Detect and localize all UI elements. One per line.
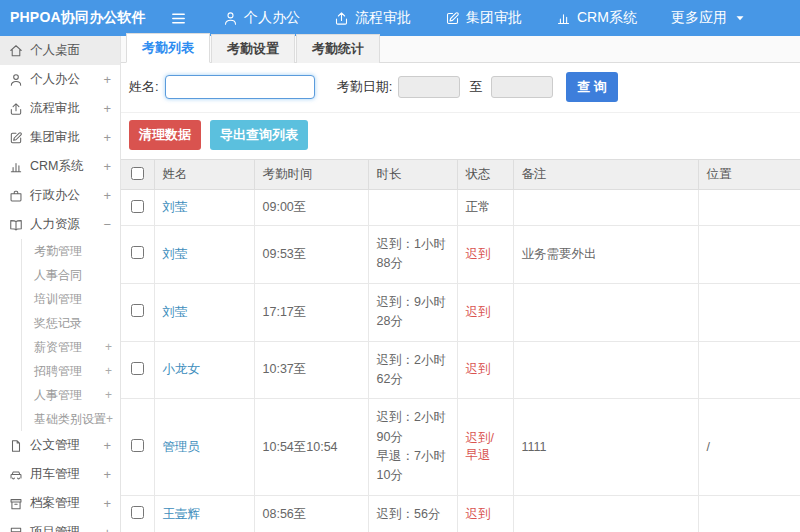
sidebar-subitem-basic-category-settings[interactable]: 基础类别设置+ <box>22 407 120 431</box>
expand-icon[interactable]: + <box>103 101 111 116</box>
name-label: 姓名: <box>129 78 159 96</box>
nav-item-workflow-approval[interactable]: 流程审批 <box>334 9 411 27</box>
sidebar-subitem-label: 培训管理 <box>34 291 82 308</box>
attendance-time-cell: 10:37至 <box>254 341 368 399</box>
attendance-time-cell: 10:54至10:54 <box>254 399 368 496</box>
sidebar-item-personal-desktop[interactable]: 个人桌面 <box>0 36 120 65</box>
app-logo[interactable]: PHPOA协同办公软件 <box>0 9 128 27</box>
sidebar-item-personal-office[interactable]: 个人办公+ <box>0 65 120 94</box>
tab-attendance-list[interactable]: 考勤列表 <box>126 33 210 63</box>
sidebar-subitem-label: 薪资管理 <box>34 339 82 356</box>
expand-icon[interactable]: + <box>103 72 111 87</box>
employee-name-link[interactable]: 管理员 <box>163 440 201 454</box>
row-checkbox[interactable] <box>131 362 144 375</box>
sidebar-item-human-resources[interactable]: 人力资源− <box>0 210 120 239</box>
status-badge: 正常 <box>466 200 491 214</box>
sidebar-subitem-label: 人事合同 <box>34 267 82 284</box>
briefcase-icon <box>9 189 23 203</box>
sidebar-item-document-management[interactable]: 公文管理+ <box>0 431 120 460</box>
row-checkbox[interactable] <box>131 246 144 259</box>
employee-name-link[interactable]: 刘莹 <box>163 200 188 214</box>
employee-name-link[interactable]: 刘莹 <box>163 247 188 261</box>
query-button[interactable]: 查 询 <box>566 72 618 102</box>
project-icon <box>9 526 23 532</box>
tab-bar: 考勤列表考勤设置考勤统计 <box>121 36 800 63</box>
export-list-button[interactable]: 导出查询列表 <box>210 120 308 150</box>
checkbox-cell <box>121 495 154 532</box>
employee-name-link[interactable]: 刘莹 <box>163 305 188 319</box>
sidebar-item-vehicle-management[interactable]: 用车管理+ <box>0 460 120 489</box>
sidebar-subitem-personnel-management[interactable]: 人事管理+ <box>22 383 120 407</box>
name-input[interactable] <box>165 75 315 99</box>
attendance-table: 姓名考勤时间时长状态备注位置 刘莹09:00至正常刘莹09:53至迟到：1小时8… <box>121 159 800 532</box>
expand-icon[interactable]: + <box>106 412 113 426</box>
row-checkbox[interactable] <box>131 439 144 452</box>
tab-attendance-statistics[interactable]: 考勤统计 <box>296 34 380 63</box>
status-cell: 迟到 <box>457 341 513 399</box>
expand-icon[interactable]: + <box>103 438 111 453</box>
sidebar-subitem-label: 基础类别设置 <box>34 411 106 428</box>
sidebar-item-group-approval[interactable]: 集团审批+ <box>0 123 120 152</box>
employee-name-link[interactable]: 小龙女 <box>163 362 201 376</box>
sidebar-subitem-label: 奖惩记录 <box>34 315 82 332</box>
employee-name-link[interactable]: 王壹辉 <box>163 507 201 521</box>
date-from-input[interactable] <box>398 76 460 98</box>
collapse-icon[interactable]: − <box>103 217 111 232</box>
table-row: 刘莹09:00至正常 <box>121 190 800 226</box>
checkbox-cell <box>121 190 154 226</box>
row-checkbox[interactable] <box>131 200 144 213</box>
name-cell: 刘莹 <box>154 283 254 341</box>
expand-icon[interactable]: + <box>105 388 112 402</box>
status-cell: 正常 <box>457 190 513 226</box>
sidebar-item-archive-management[interactable]: 档案管理+ <box>0 489 120 518</box>
status-badge: 迟到 <box>466 362 491 376</box>
duration-cell: 迟到：2小时62分 <box>368 341 457 399</box>
note-cell: 1111 <box>513 399 698 496</box>
sidebar-item-label: 集团审批 <box>30 129 80 146</box>
expand-icon[interactable]: + <box>105 340 112 354</box>
table-row: 管理员10:54至10:54迟到：2小时90分早退：7小时10分迟到/早退111… <box>121 399 800 496</box>
position-cell <box>698 226 800 284</box>
expand-icon[interactable]: + <box>103 188 111 203</box>
sidebar-subitem-reward-punishment-records[interactable]: 奖惩记录 <box>22 311 120 335</box>
expand-icon[interactable]: + <box>103 130 111 145</box>
attendance-time-cell: 09:00至 <box>254 190 368 226</box>
expand-icon[interactable]: + <box>103 159 111 174</box>
tab-attendance-settings[interactable]: 考勤设置 <box>211 34 295 63</box>
sidebar-subitem-attendance-management[interactable]: 考勤管理 <box>22 239 120 263</box>
share-icon <box>9 102 23 116</box>
select-all-checkbox[interactable] <box>131 167 144 180</box>
nav-item-crm-system[interactable]: CRM系统 <box>556 9 637 27</box>
sidebar: 个人桌面个人办公+流程审批+集团审批+CRM系统+行政办公+人力资源−考勤管理人… <box>0 36 121 532</box>
table-row: 刘莹17:17至迟到：9小时28分迟到 <box>121 283 800 341</box>
row-checkbox[interactable] <box>131 304 144 317</box>
sidebar-item-project-management[interactable]: 项目管理+ <box>0 518 120 532</box>
sidebar-item-admin-office[interactable]: 行政办公+ <box>0 181 120 210</box>
chart-icon <box>9 160 23 174</box>
sidebar-item-workflow-approval[interactable]: 流程审批+ <box>0 94 120 123</box>
expand-icon[interactable]: + <box>103 467 111 482</box>
caret-icon <box>733 11 747 25</box>
expand-icon[interactable]: + <box>105 364 112 378</box>
archive-icon <box>9 497 23 511</box>
clear-data-button[interactable]: 清理数据 <box>129 120 201 150</box>
row-checkbox[interactable] <box>131 506 144 519</box>
sidebar-subitem-recruitment-management[interactable]: 招聘管理+ <box>22 359 120 383</box>
table-row: 小龙女10:37至迟到：2小时62分迟到 <box>121 341 800 399</box>
status-cell: 迟到 <box>457 226 513 284</box>
sidebar-subitem-training-management[interactable]: 培训管理 <box>22 287 120 311</box>
date-to-input[interactable] <box>491 76 553 98</box>
duration-cell: 迟到：9小时28分 <box>368 283 457 341</box>
menu-toggle-icon[interactable] <box>170 10 187 27</box>
name-cell: 刘莹 <box>154 226 254 284</box>
nav-item-personal-office[interactable]: 个人办公 <box>223 9 300 27</box>
expand-icon[interactable]: + <box>103 496 111 511</box>
sidebar-subitem-personnel-contract[interactable]: 人事合同 <box>22 263 120 287</box>
nav-item-group-approval[interactable]: 集团审批 <box>445 9 522 27</box>
checkbox-cell <box>121 283 154 341</box>
nav-item-more-apps[interactable]: 更多应用 <box>671 9 747 27</box>
sidebar-subitem-salary-management[interactable]: 薪资管理+ <box>22 335 120 359</box>
user-icon <box>9 73 23 87</box>
sidebar-item-crm-system[interactable]: CRM系统+ <box>0 152 120 181</box>
expand-icon[interactable]: + <box>103 525 111 532</box>
